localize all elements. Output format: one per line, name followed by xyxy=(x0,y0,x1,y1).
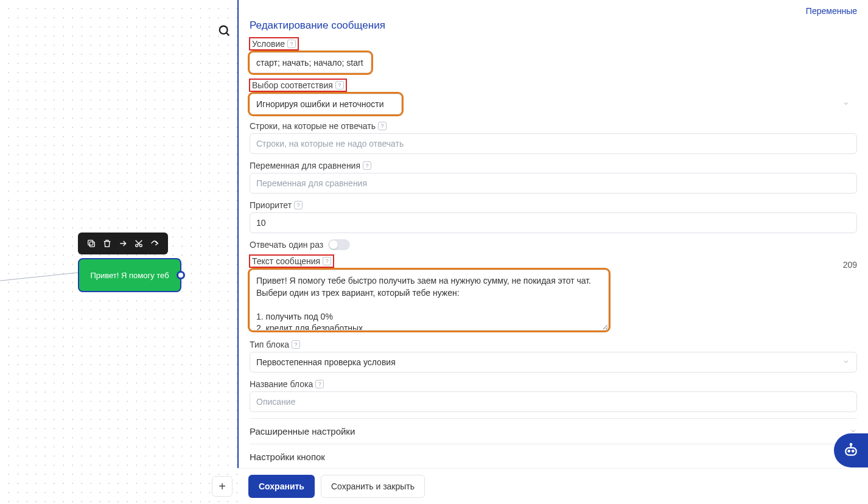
compare-var-label: Переменная для сравнения? xyxy=(250,161,371,170)
match-select-visible[interactable]: Игнорируя ошибки и неточности xyxy=(250,94,402,114)
add-button[interactable]: + xyxy=(212,476,233,497)
match-label: Выбор соответствия? xyxy=(250,79,346,91)
chatbot-fab[interactable] xyxy=(834,433,868,467)
svg-rect-3 xyxy=(88,240,93,245)
advanced-section-label: Расширенные настройки xyxy=(250,426,355,436)
priority-label: Приоритет? xyxy=(250,200,303,210)
svg-rect-6 xyxy=(845,448,856,455)
panel-footer: Сохранить Сохранить и закрыть xyxy=(237,468,868,504)
node-output-port[interactable] xyxy=(177,271,185,279)
save-close-button[interactable]: Сохранить и закрыть xyxy=(321,475,425,498)
help-icon[interactable]: ? xyxy=(315,380,324,388)
svg-point-8 xyxy=(852,450,854,452)
arrow-right-icon[interactable] xyxy=(116,236,130,251)
copy-icon[interactable] xyxy=(84,236,99,251)
help-icon[interactable]: ? xyxy=(378,122,387,130)
variables-link[interactable]: Переменные xyxy=(806,6,857,16)
panel-title: Редактирование сообщения xyxy=(250,19,857,32)
message-text-label: Текст сообщения? xyxy=(250,255,334,267)
cut-icon[interactable] xyxy=(131,236,146,251)
block-name-label: Название блока? xyxy=(250,379,324,389)
help-icon[interactable]: ? xyxy=(323,257,331,265)
condition-input[interactable] xyxy=(250,52,371,73)
help-icon[interactable]: ? xyxy=(335,81,344,89)
answer-once-toggle[interactable] xyxy=(328,239,350,250)
message-text-input[interactable] xyxy=(250,270,609,331)
compare-var-input[interactable] xyxy=(250,173,857,194)
svg-point-0 xyxy=(220,26,228,34)
svg-rect-2 xyxy=(89,242,94,247)
buttons-section-label: Настройки кнопок xyxy=(250,452,325,462)
svg-point-10 xyxy=(850,444,852,446)
buttons-section[interactable]: Настройки кнопок xyxy=(250,444,857,469)
svg-point-7 xyxy=(848,450,850,452)
help-icon[interactable]: ? xyxy=(287,40,296,48)
node-toolbar xyxy=(78,233,168,254)
share-icon[interactable] xyxy=(147,236,162,251)
message-node[interactable]: Привет! Я помогу теб xyxy=(78,258,181,292)
ignore-lines-label: Строки, на которые не отвечать? xyxy=(250,121,387,131)
answer-once-label: Отвечать один раз xyxy=(250,240,323,250)
trash-icon[interactable] xyxy=(100,236,114,251)
search-icon[interactable] xyxy=(218,24,233,39)
condition-label: Условие? xyxy=(250,38,298,50)
priority-input[interactable] xyxy=(250,212,857,233)
help-icon[interactable]: ? xyxy=(294,201,303,209)
ignore-lines-input[interactable] xyxy=(250,133,857,154)
block-type-label: Тип блока? xyxy=(250,340,300,349)
svg-line-1 xyxy=(226,33,229,36)
save-button[interactable]: Сохранить xyxy=(248,475,315,498)
block-name-input[interactable] xyxy=(250,391,857,412)
help-icon[interactable]: ? xyxy=(292,340,300,349)
char-counter: 209 xyxy=(843,260,857,270)
node-label: Привет! Я помогу теб xyxy=(90,271,169,280)
edit-panel: Переменные Редактирование сообщения Усло… xyxy=(237,0,868,504)
block-type-select[interactable]: Первостепенная проверка условия xyxy=(250,352,857,373)
help-icon[interactable]: ? xyxy=(363,161,371,170)
advanced-section[interactable]: Расширенные настройки xyxy=(250,418,857,444)
connection-line xyxy=(0,272,82,284)
chevron-down-icon xyxy=(842,99,850,110)
